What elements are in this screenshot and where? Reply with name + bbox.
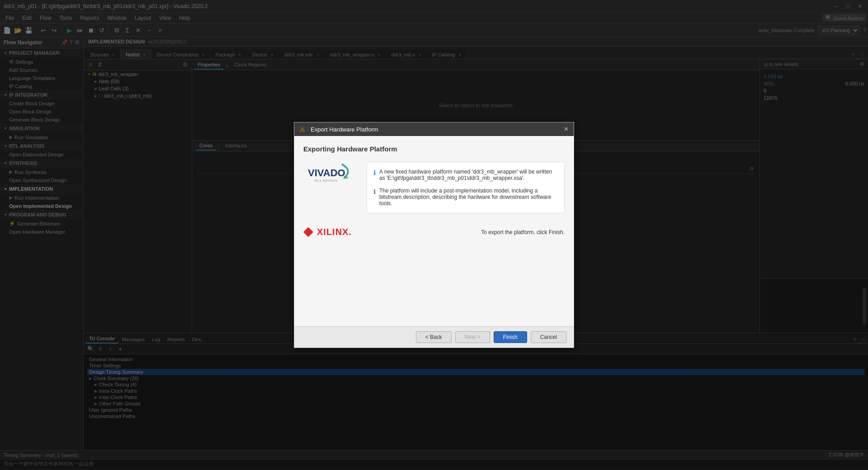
back-button[interactable]: < Back [416,331,452,343]
modal-heading: Exporting Hardware Platform [303,145,565,153]
modal-info-row-2: ℹ The platform will include a post-imple… [373,188,558,207]
modal-overlay: ⚠ Export Hardware Platform × Exporting H… [0,0,868,470]
modal-info-row-1: ℹ A new fixed hardware platform named 'd… [373,169,558,181]
export-prompt: To export the platform, click Finish. [481,229,565,235]
modal-title-bar: ⚠ Export Hardware Platform × [294,122,574,136]
modal-content-area: VIVADO HLx Editions ℹ A new fixed hardwa… [303,162,565,213]
modal-body: Exporting Hardware Platform VIVADO HLx E… [294,136,574,326]
modal-info-content: ℹ A new fixed hardware platform named 'd… [367,162,565,213]
xilinx-diamond-icon [303,227,313,237]
vivado-logo-area: VIVADO HLx Editions [303,162,358,213]
cancel-button[interactable]: Cancel [531,331,566,343]
vivado-logo-svg: VIVADO HLx Editions [308,162,353,184]
modal-title-label: Export Hardware Platform [311,126,378,133]
modal-footer: < Back Next > Finish Cancel [294,326,574,348]
modal-title-icon: ⚠ [300,126,305,133]
next-button[interactable]: Next > [455,331,490,343]
info-icon-2: ℹ [373,188,376,195]
finish-button[interactable]: Finish [494,331,527,343]
modal-heading-text: Exporting Hardware Platform [303,145,397,153]
svg-text:HLx Editions: HLx Editions [315,179,338,182]
modal-close-icon[interactable]: × [564,125,568,133]
info-icon-1: ℹ [373,169,376,176]
svg-text:VIVADO: VIVADO [308,167,345,179]
modal-info-text-2: The platform will include a post-impleme… [379,188,558,207]
export-hardware-dialog: ⚠ Export Hardware Platform × Exporting H… [294,122,574,348]
xilinx-logo-text: XILINX. [317,227,352,237]
vivado-logo: VIVADO HLx Editions [308,162,353,186]
modal-footer-area: XILINX. To export the platform, click Fi… [303,227,565,237]
modal-info-text-1: A new fixed hardware platform named 'ddr… [379,169,558,181]
xilinx-logo: XILINX. [303,227,352,237]
